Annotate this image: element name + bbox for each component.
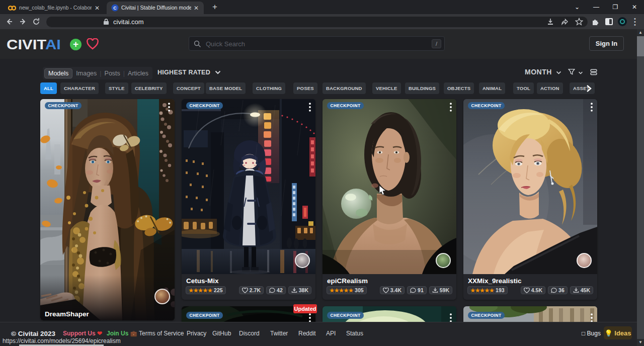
svg-text:C: C [113,6,117,11]
